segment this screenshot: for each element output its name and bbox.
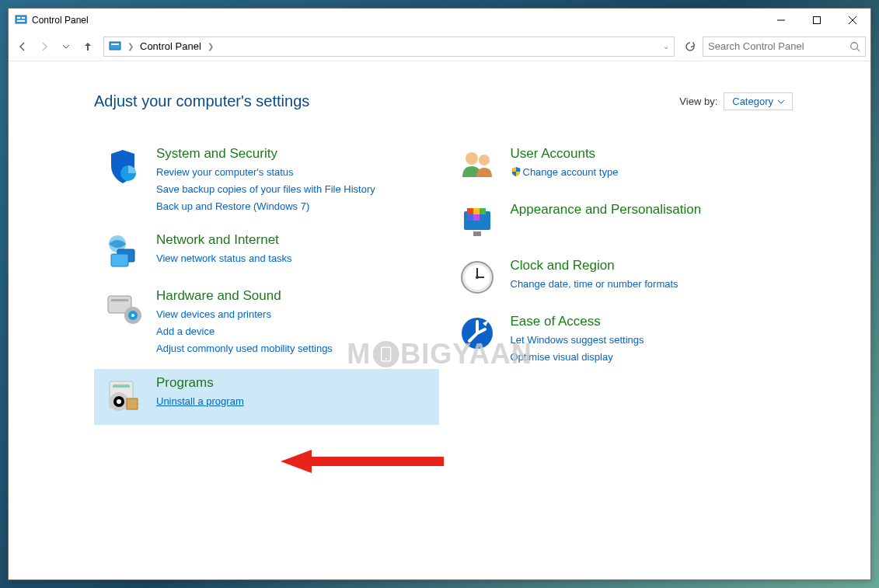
page-title: Adjust your computer's settings: [94, 92, 309, 110]
svg-rect-5: [814, 17, 821, 24]
watermark: M BIGYAAN: [347, 338, 532, 371]
svg-rect-26: [127, 398, 138, 409]
category-system-security: System and SecurityReview your computer'…: [94, 140, 439, 226]
svg-rect-22: [113, 384, 130, 388]
up-button[interactable]: [78, 37, 97, 56]
control-panel-window: Control Panel ❯ Control Panel ❯ ⌄ Adjust…: [8, 8, 871, 580]
category-title-user-accounts[interactable]: User Accounts: [511, 146, 784, 162]
svg-rect-8: [110, 42, 120, 50]
chevron-down-icon[interactable]: ⌄: [663, 42, 669, 50]
svg-rect-9: [111, 43, 119, 45]
hardware-sound-icon: [103, 288, 142, 327]
annotation-arrow: [281, 450, 444, 473]
category-link[interactable]: Change date, time or number formats: [511, 276, 784, 293]
category-title-programs[interactable]: Programs: [156, 375, 430, 391]
category-clock-region: Clock and RegionChange date, time or num…: [448, 252, 794, 308]
recent-dropdown-button[interactable]: [57, 37, 75, 56]
svg-rect-30: [467, 208, 473, 214]
category-title-clock-region[interactable]: Clock and Region: [511, 258, 784, 273]
category-title-ease-of-access[interactable]: Ease of Access: [511, 314, 784, 329]
svg-line-11: [857, 48, 860, 51]
svg-point-27: [466, 152, 478, 165]
view-by-dropdown[interactable]: Category: [724, 92, 793, 110]
category-link[interactable]: Uninstall a program: [156, 393, 430, 410]
svg-point-10: [851, 42, 858, 49]
watermark-phone-icon: [372, 341, 399, 367]
minimize-button[interactable]: [763, 9, 799, 32]
svg-rect-0: [16, 16, 26, 23]
breadcrumb-item[interactable]: Control Panel: [140, 40, 201, 52]
system-security-icon: [103, 146, 142, 185]
back-button[interactable]: [13, 37, 32, 56]
network-internet-icon: [103, 232, 142, 271]
control-panel-icon: [15, 14, 27, 26]
svg-rect-17: [111, 299, 128, 301]
category-link[interactable]: Save backup copies of your files with Fi…: [156, 181, 430, 198]
maximize-button[interactable]: [799, 9, 835, 32]
svg-point-28: [479, 155, 490, 165]
programs-icon: [103, 375, 142, 414]
search-icon: [849, 41, 860, 52]
dropdown-icon: [778, 99, 784, 105]
category-link[interactable]: Let Windows suggest settings: [511, 332, 784, 349]
content-area: Adjust your computer's settings View by:…: [9, 61, 870, 440]
nav-bar: ❯ Control Panel ❯ ⌄: [9, 32, 870, 61]
control-panel-icon: [109, 40, 121, 53]
clock-region-icon: [458, 258, 497, 297]
search-input[interactable]: [708, 40, 849, 52]
category-link[interactable]: Change account type: [511, 164, 784, 181]
refresh-button[interactable]: [681, 37, 699, 56]
category-title-network-internet[interactable]: Network and Internet: [156, 232, 430, 248]
svg-point-25: [117, 399, 121, 404]
title-bar: Control Panel: [9, 9, 870, 32]
shield-icon: [511, 165, 521, 176]
category-title-system-security[interactable]: System and Security: [156, 146, 430, 162]
view-by-control: View by: Category: [679, 92, 793, 110]
category-title-appearance[interactable]: Appearance and Personalisation: [511, 202, 784, 217]
user-accounts-icon: [458, 146, 497, 185]
svg-rect-31: [473, 208, 480, 214]
address-bar[interactable]: ❯ Control Panel ❯ ⌄: [103, 37, 675, 57]
svg-rect-33: [467, 214, 473, 221]
svg-rect-15: [111, 254, 128, 266]
category-link[interactable]: Optimise visual display: [511, 349, 784, 366]
svg-point-20: [131, 314, 134, 317]
svg-rect-1: [17, 17, 20, 19]
chevron-right-icon[interactable]: ❯: [127, 42, 134, 50]
window-title: Control Panel: [32, 15, 763, 26]
svg-rect-32: [480, 208, 486, 214]
category-link[interactable]: Back up and Restore (Windows 7): [156, 198, 430, 215]
svg-marker-42: [281, 450, 444, 473]
svg-rect-35: [473, 231, 481, 236]
search-box[interactable]: [703, 37, 866, 57]
category-user-accounts: User AccountsChange account type: [448, 140, 794, 196]
category-appearance: Appearance and Personalisation: [448, 196, 794, 252]
forward-button[interactable]: [35, 37, 54, 56]
view-by-value: Category: [732, 96, 773, 107]
category-network-internet: Network and InternetView network status …: [94, 226, 439, 282]
svg-point-40: [476, 276, 479, 279]
svg-rect-34: [473, 214, 480, 221]
appearance-icon: [458, 202, 497, 241]
view-by-label: View by:: [679, 96, 717, 107]
category-link[interactable]: View devices and printers: [156, 306, 430, 323]
category-title-hardware-sound[interactable]: Hardware and Sound: [156, 288, 430, 304]
svg-point-44: [385, 358, 386, 360]
svg-rect-2: [22, 17, 25, 19]
chevron-right-icon[interactable]: ❯: [208, 42, 214, 50]
category-programs: ProgramsUninstall a program: [94, 369, 439, 425]
close-button[interactable]: [835, 9, 870, 32]
svg-rect-3: [17, 20, 25, 22]
category-link[interactable]: View network status and tasks: [156, 250, 430, 267]
category-link[interactable]: Review your computer's status: [156, 164, 430, 181]
